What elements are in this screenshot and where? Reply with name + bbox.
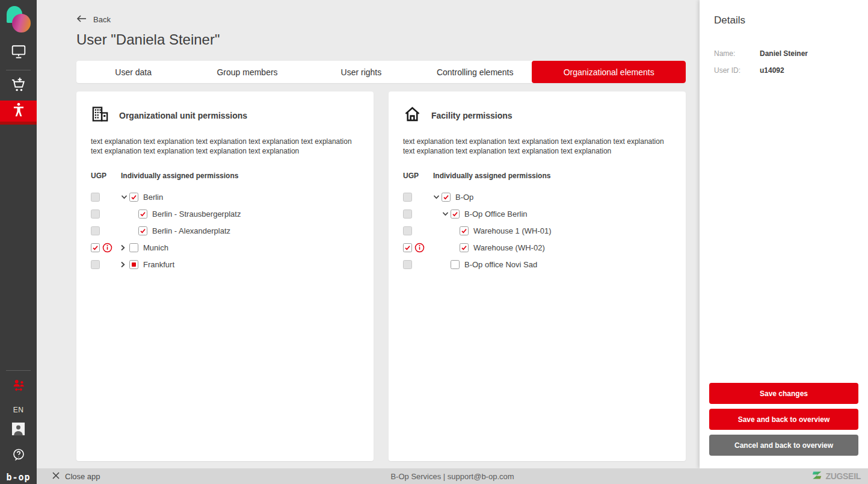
expand-chevron-icon[interactable] xyxy=(442,212,451,216)
panel-description: text explanation text explanation text e… xyxy=(403,137,671,156)
info-icon[interactable] xyxy=(414,243,425,253)
detail-row-name: Name:Daniel Steiner xyxy=(714,49,854,58)
main-content: Back User "Daniela Steiner" User dataGro… xyxy=(37,0,700,468)
zugseil-z-icon xyxy=(812,471,822,482)
tree-row-b-op: B-Op xyxy=(403,188,671,205)
ugp-checkbox[interactable] xyxy=(403,260,412,269)
tab-controlling-elements[interactable]: Controlling elements xyxy=(418,61,532,83)
back-button[interactable]: Back xyxy=(76,15,111,24)
expand-chevron-icon[interactable] xyxy=(121,244,129,251)
app-sidebar: EN b-op xyxy=(0,0,37,484)
info-icon[interactable] xyxy=(102,243,112,253)
tree-item-label: Berlin xyxy=(143,193,163,202)
ugp-checkbox[interactable] xyxy=(403,243,412,252)
tree-row-warehouse-wh-02: Warehouse (WH-02) xyxy=(403,239,671,256)
ugp-checkbox[interactable] xyxy=(91,260,100,269)
permission-tree: BerlinBerlin - StrausbergerplatzBerlin -… xyxy=(91,188,359,273)
permission-checkbox[interactable] xyxy=(460,243,469,252)
action-buttons: Save changesSave and back to overviewCan… xyxy=(709,378,858,456)
ugp-checkbox[interactable] xyxy=(91,243,100,252)
tree-item-label: Warehouse 1 (WH-01) xyxy=(473,226,552,235)
tree-item-label: Berlin - Strausbergerplatz xyxy=(152,209,241,219)
ugp-cell xyxy=(403,243,433,253)
tree-item: B-Op office Novi Sad xyxy=(433,260,537,269)
page-title: User "Daniela Steiner" xyxy=(76,31,686,48)
back-arrow-icon xyxy=(76,15,87,24)
user-transfer-icon xyxy=(11,378,26,395)
permission-checkbox[interactable] xyxy=(451,209,460,219)
permission-checkbox[interactable] xyxy=(451,260,460,269)
permission-checkbox[interactable] xyxy=(129,260,138,269)
tree-item: Warehouse (WH-02) xyxy=(433,243,545,252)
tab-group-members[interactable]: Group members xyxy=(190,61,304,83)
column-headers: UGP Individually assigned permissions xyxy=(403,172,671,180)
language-selector[interactable]: EN xyxy=(13,406,24,414)
tree-item-label: Frankfurt xyxy=(143,260,174,269)
zugseil-label: ZUGSEIL xyxy=(825,471,861,481)
tree-row-berlin-strausbergerplatz: Berlin - Strausbergerplatz xyxy=(91,205,359,222)
ugp-checkbox[interactable] xyxy=(91,193,100,202)
avatar-icon xyxy=(11,422,25,438)
tab-user-data[interactable]: User data xyxy=(76,61,190,83)
permission-checkbox[interactable] xyxy=(138,226,147,235)
tree-item: Berlin - Strausbergerplatz xyxy=(121,209,241,219)
help-icon xyxy=(11,448,26,465)
detail-value: Daniel Steiner xyxy=(760,49,808,58)
cancel-and-back-to-overview-button[interactable]: Cancel and back to overview xyxy=(709,435,858,456)
ugp-checkbox[interactable] xyxy=(91,226,100,235)
sidebar-item-users[interactable] xyxy=(0,101,37,125)
permission-checkbox[interactable] xyxy=(129,193,138,202)
close-icon xyxy=(52,472,60,481)
ugp-checkbox[interactable] xyxy=(403,193,412,202)
close-app-button[interactable]: Close app xyxy=(52,472,100,481)
permission-checkbox[interactable] xyxy=(129,243,138,252)
tab-organizational-elements[interactable]: Organizational elements xyxy=(532,61,686,83)
details-fields: Name:Daniel SteinerUser ID:u14092 xyxy=(714,49,854,75)
tab-user-rights[interactable]: User rights xyxy=(304,61,418,83)
permission-checkbox[interactable] xyxy=(460,226,469,235)
save-and-back-to-overview-button[interactable]: Save and back to overview xyxy=(709,409,858,430)
tree-item: Munich xyxy=(121,243,168,252)
permission-checkbox[interactable] xyxy=(442,193,451,202)
close-app-label: Close app xyxy=(65,472,100,481)
ugp-cell xyxy=(91,226,121,235)
app-logo[interactable] xyxy=(5,5,32,34)
tree-item-label: B-Op office Novi Sad xyxy=(464,260,537,269)
ugp-cell xyxy=(403,209,433,219)
accessibility-icon xyxy=(11,102,26,121)
ugp-cell xyxy=(91,209,121,219)
sidebar-item-shop[interactable] xyxy=(0,75,37,97)
ugp-checkbox[interactable] xyxy=(91,209,100,219)
tree-row-munich: Munich xyxy=(91,239,359,256)
ugp-checkbox[interactable] xyxy=(403,226,412,235)
expand-chevron-icon[interactable] xyxy=(433,195,442,199)
assigned-column-header: Individually assigned permissions xyxy=(433,172,550,180)
ugp-checkbox[interactable] xyxy=(403,209,412,219)
ugp-cell xyxy=(91,260,121,269)
detail-label: Name: xyxy=(714,49,760,58)
logo-gradient-shape xyxy=(12,14,31,33)
expand-chevron-icon[interactable] xyxy=(121,195,129,199)
tree-item-label: B-Op Office Berlin xyxy=(464,209,528,219)
home-icon xyxy=(403,105,422,126)
expand-chevron-icon[interactable] xyxy=(121,261,129,268)
org-unit-permissions-panel: Organizational unit permissions text exp… xyxy=(76,92,374,461)
save-changes-button[interactable]: Save changes xyxy=(709,383,858,404)
tree-item-label: Berlin - Alexanderplatz xyxy=(152,226,230,235)
sidebar-item-profile[interactable] xyxy=(0,419,37,441)
panel-description: text explanation text explanation text e… xyxy=(91,137,359,156)
permission-checkbox[interactable] xyxy=(138,209,147,219)
ugp-cell xyxy=(403,260,433,269)
ugp-cell xyxy=(403,193,433,202)
panel-header: Facility permissions xyxy=(403,105,671,126)
facility-permissions-panel: Facility permissions text explanation te… xyxy=(389,92,686,461)
column-headers: UGP Individually assigned permissions xyxy=(91,172,359,180)
ugp-cell xyxy=(403,226,433,235)
sidebar-item-dashboard[interactable] xyxy=(0,42,37,64)
panel-title: Organizational unit permissions xyxy=(119,111,247,120)
sidebar-item-user-transfer[interactable] xyxy=(0,376,37,397)
assigned-column-header: Individually assigned permissions xyxy=(121,172,238,180)
sidebar-item-help[interactable] xyxy=(0,445,37,467)
panel-title: Facility permissions xyxy=(431,111,512,120)
tree-item: Berlin xyxy=(121,193,163,202)
